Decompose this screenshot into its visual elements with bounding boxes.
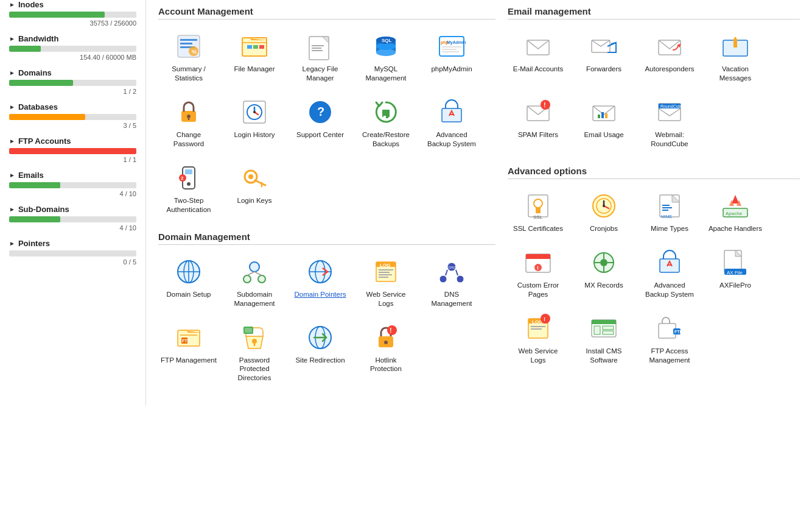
svg-rect-8	[253, 45, 258, 49]
sidebar-item-header-7[interactable]: ► Pointers	[9, 239, 136, 248]
icon-item-cms[interactable]: Install CMSSoftware	[573, 309, 634, 370]
progress-bar-container-0	[9, 12, 136, 18]
icon-item-backups[interactable]: Create/RestoreBackups	[355, 93, 416, 154]
progress-bar-container-2	[9, 80, 136, 86]
icon-item-spam[interactable]: ! SPAM Filters	[508, 93, 569, 154]
icon-item-axfile[interactable]: AX File AXFilePro	[705, 243, 766, 304]
svg-text:FTP: FTP	[182, 339, 191, 343]
sidebar-count-5: 4 / 10	[9, 190, 136, 197]
svg-text:LOG: LOG	[380, 263, 390, 268]
sidebar: ► Inodes 35753 / 256000 ► Bandwidth 154.…	[0, 0, 146, 406]
icon-item-login-keys[interactable]: Login Keys	[224, 158, 285, 219]
icon-item-support[interactable]: ? Support Center	[290, 93, 351, 154]
icon-item-phpmyadmin[interactable]: phpMyAdmin phpMyAdmin	[421, 27, 482, 88]
subdomain-icon	[240, 257, 269, 286]
sidebar-item-header-4[interactable]: ► FTP Accounts	[9, 136, 136, 146]
mime-label: Mime Types	[651, 224, 688, 233]
sidebar-arrow-7: ►	[9, 240, 15, 247]
svg-text:MyAdmin: MyAdmin	[447, 40, 466, 45]
icon-item-vacation[interactable]: VacationMessages	[705, 27, 766, 88]
icon-item-ftp-mgmt[interactable]: FTP FTP Management	[158, 318, 219, 388]
icon-item-web-logs[interactable]: LOG Web ServiceLogs	[355, 252, 416, 313]
sidebar-item-emails: ► Emails 4 / 10	[9, 171, 136, 197]
svg-line-58	[254, 272, 262, 275]
icon-item-email-accounts[interactable]: E-Mail Accounts	[508, 27, 569, 88]
sidebar-item-header-1[interactable]: ► Bandwidth	[9, 34, 136, 43]
icon-item-adv-backup2[interactable]: AdvancedBackup System	[639, 243, 700, 304]
sidebar-item-header-5[interactable]: ► Emails	[9, 171, 136, 180]
progress-bar-container-1	[9, 46, 136, 52]
svg-rect-139	[531, 328, 542, 330]
icon-item-mysql[interactable]: SQL MySQLManagement	[355, 27, 416, 88]
svg-point-56	[258, 275, 265, 283]
email-management-title: Email management	[508, 6, 800, 19]
icon-item-file-manager[interactable]: File Manager	[224, 27, 285, 88]
icon-item-advanced-backup[interactable]: AdvancedBackup System	[421, 93, 482, 154]
cms-label: Install CMSSoftware	[586, 347, 622, 365]
legacy-file-label: Legacy FileManager	[303, 65, 338, 83]
cms-icon	[589, 314, 618, 343]
icon-item-legacy-file[interactable]: Legacy FileManager	[290, 27, 351, 88]
icon-item-webmail[interactable]: RoundCube Webmail:RoundCube	[639, 93, 700, 154]
icon-item-password-dir[interactable]: PasswordProtectedDirectories	[224, 318, 285, 388]
svg-rect-25	[442, 51, 459, 52]
icon-item-email-usage[interactable]: Email Usage	[573, 93, 634, 154]
domain-management-title: Domain Management	[158, 232, 495, 245]
icon-item-login-history[interactable]: Login History	[224, 93, 285, 154]
svg-text:!: !	[390, 327, 392, 334]
icon-item-ssl[interactable]: SSL SSL Certificates	[508, 186, 569, 238]
svg-point-27	[187, 115, 191, 118]
icon-item-error-pages[interactable]: ! Custom ErrorPages	[508, 243, 569, 304]
svg-text:?: ?	[317, 105, 324, 118]
icon-item-dns[interactable]: DNS DNSManagement	[421, 252, 482, 313]
sidebar-item-header-2[interactable]: ► Domains	[9, 68, 136, 77]
sidebar-item-header-6[interactable]: ► Sub-Domains	[9, 205, 136, 214]
icon-item-change-password[interactable]: ChangePassword	[158, 93, 219, 154]
svg-line-72	[446, 270, 447, 275]
account-management-section: Account Management % Summary /Statistics…	[158, 6, 495, 219]
icon-item-hotlink[interactable]: ! HotlinkProtection	[355, 318, 416, 388]
progress-bar-container-6	[9, 216, 136, 222]
icon-item-subdomain[interactable]: SubdomainManagement	[224, 252, 285, 313]
advanced-options-title: Advanced options	[508, 166, 800, 179]
sidebar-count-1: 154.40 / 60000 MB	[9, 54, 136, 61]
icon-item-ftp-access[interactable]: FTP FTP AccessManagement	[639, 309, 700, 370]
progress-bar-container-3	[9, 114, 136, 120]
summary-label: Summary /Statistics	[172, 65, 206, 83]
webmail-icon: RoundCube	[655, 97, 684, 127]
spam-icon: !	[523, 97, 553, 127]
mime-icon: MIME	[655, 191, 684, 221]
domain-setup-icon	[174, 257, 203, 286]
svg-rect-143	[592, 320, 616, 324]
icon-item-domain-setup[interactable]: Domain Setup	[158, 252, 219, 313]
progress-bar-container-7	[9, 250, 136, 256]
icon-item-apache[interactable]: Apache Apache Handlers	[705, 186, 766, 238]
icon-item-autoresponders[interactable]: Autoresponders	[639, 27, 700, 88]
web-logs-label: Web ServiceLogs	[366, 290, 406, 308]
sidebar-item-header-3[interactable]: ► Databases	[9, 102, 136, 111]
email-accounts-icon	[523, 32, 553, 61]
sidebar-arrow-3: ►	[9, 104, 15, 110]
sidebar-item-header-0[interactable]: ► Inodes	[9, 0, 136, 9]
svg-line-57	[247, 272, 254, 275]
icon-item-domain-pointers[interactable]: Domain Pointers	[290, 252, 351, 313]
mysql-icon: SQL	[371, 32, 401, 61]
icon-item-forwarders[interactable]: Forwarders	[573, 27, 634, 88]
icon-item-cronjobs[interactable]: Cronjobs	[573, 186, 634, 238]
icon-item-mime[interactable]: MIME Mime Types	[639, 186, 700, 238]
svg-rect-37	[383, 116, 386, 118]
svg-line-73	[456, 270, 458, 275]
icon-item-mx-records[interactable]: MX Records	[573, 243, 634, 304]
svg-text:!: !	[537, 265, 539, 271]
sidebar-item-domains: ► Domains 1 / 2	[9, 68, 136, 95]
sidebar-arrow-5: ►	[9, 172, 15, 179]
svg-text:AX File: AX File	[727, 270, 743, 275]
icon-item-site-redirect[interactable]: Site Redirection	[290, 318, 351, 388]
icon-item-two-step[interactable]: 2 Two-StepAuthentication	[158, 158, 219, 219]
legacy-file-icon	[306, 32, 335, 61]
svg-rect-2	[180, 43, 192, 44]
icon-item-summary[interactable]: % Summary /Statistics	[158, 27, 219, 88]
icon-item-web-logs2[interactable]: LOG! Web ServiceLogs	[508, 309, 569, 370]
adv-backup2-label: AdvancedBackup System	[645, 281, 694, 299]
sidebar-arrow-6: ►	[9, 206, 15, 213]
